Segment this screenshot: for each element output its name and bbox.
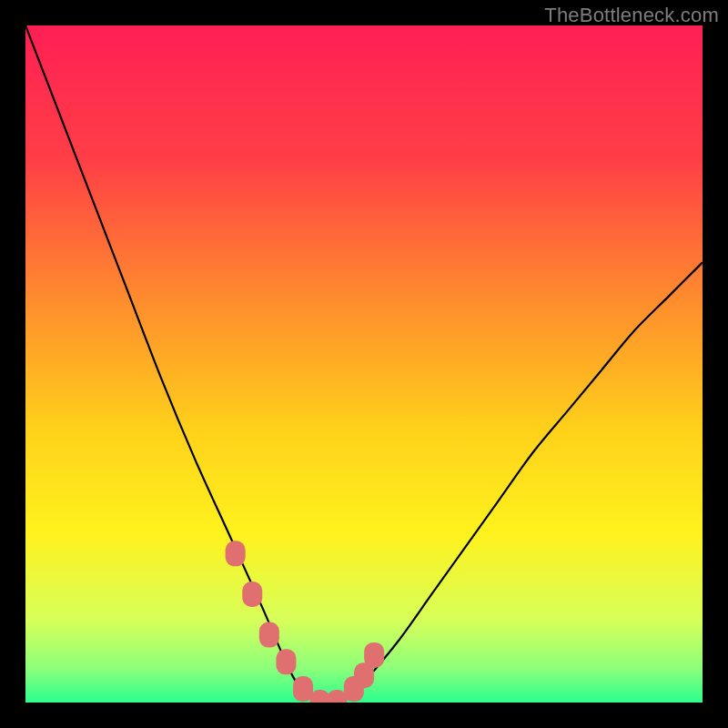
gradient-background — [25, 25, 703, 703]
chart-area — [25, 25, 703, 703]
bottleneck-curve-chart — [25, 25, 703, 703]
highlight-marker — [242, 581, 262, 607]
attribution-text: TheBottleneck.com — [544, 4, 719, 27]
highlight-marker — [259, 622, 279, 648]
highlight-marker — [226, 541, 246, 566]
highlight-marker — [364, 642, 384, 668]
highlight-marker — [276, 649, 296, 674]
